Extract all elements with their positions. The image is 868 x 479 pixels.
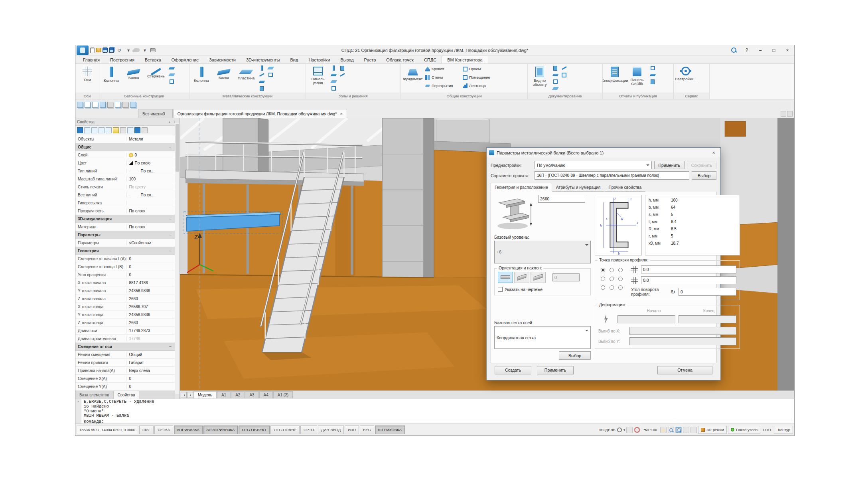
property-value[interactable]: По слою (127, 209, 175, 213)
property-value[interactable]: 26566.707 (127, 305, 175, 309)
status-toggle[interactable]: ШАГ (139, 426, 154, 434)
concrete-column-button[interactable]: Колонна (101, 65, 122, 92)
pick-on-drawing-checkbox[interactable] (498, 287, 503, 292)
chevron-down-icon[interactable]: ▾ (623, 428, 625, 432)
anchor-radio[interactable] (618, 268, 623, 272)
scrollbar-thumb[interactable] (176, 124, 179, 172)
command-panel-grip[interactable]: × (75, 399, 81, 424)
profile-rotation-input[interactable] (679, 288, 736, 296)
paste-block-icon[interactable] (130, 102, 136, 108)
dialog-tab[interactable]: Прочие свойства (604, 183, 645, 192)
panel-pin-icon[interactable]: ▪ (167, 119, 172, 125)
select-icon[interactable] (77, 127, 83, 133)
anchor-radio[interactable] (601, 277, 605, 281)
tool-icon[interactable] (266, 65, 274, 71)
orientation-incline2-button[interactable] (531, 272, 546, 283)
dialog-tab[interactable]: Атрибуты и нумерация (552, 183, 605, 192)
layout-tab[interactable]: Модель (193, 391, 217, 398)
ribbon-tab[interactable]: Главная (78, 56, 105, 63)
property-value[interactable]: Габарит (127, 360, 175, 365)
pan-icon[interactable] (660, 427, 667, 433)
document-tab[interactable]: Организация фильтрации готовой продукции… (173, 109, 347, 118)
property-value[interactable]: Металл (127, 137, 175, 141)
anchor-radio[interactable] (610, 277, 614, 281)
layout-prev-icon[interactable] (181, 392, 187, 398)
copy-properties-icon[interactable] (106, 127, 112, 133)
walls-button[interactable]: Стены (424, 73, 461, 81)
property-value[interactable]: 17749.2873 (127, 329, 175, 333)
scroll-up-icon[interactable] (175, 118, 180, 123)
property-value[interactable]: По слою (127, 161, 175, 165)
cancel-button[interactable]: Отмена (657, 366, 712, 374)
anchor-radio[interactable] (618, 285, 623, 290)
apply-preset-button[interactable]: Применить (654, 161, 685, 169)
property-value[interactable]: 2660 (127, 321, 175, 325)
choose-grid-button[interactable]: Выбор (559, 351, 591, 360)
property-value[interactable]: 0 (127, 376, 175, 381)
tool-icon[interactable] (258, 71, 266, 78)
base-level-combo[interactable]: +6 (494, 241, 591, 263)
app-logo-icon[interactable] (77, 46, 89, 55)
tab-element-base[interactable]: База элементов (75, 391, 114, 399)
status-toggle[interactable]: ВЕС (360, 426, 374, 434)
ribbon-tab[interactable]: СПДС (419, 56, 442, 63)
status-toggle[interactable]: ДИН-ВВОД (318, 426, 344, 434)
property-value[interactable]: По слою (127, 225, 175, 229)
tab-close-icon[interactable]: × (340, 111, 342, 116)
minimize-button[interactable]: – (754, 45, 767, 55)
profile-offset-y-input[interactable] (641, 276, 736, 284)
nodes-panel-button[interactable]: Панель узлов (307, 65, 329, 92)
property-value[interactable]: 0 (127, 273, 175, 277)
print-icon[interactable] (150, 48, 156, 52)
tool-icon[interactable] (649, 65, 657, 71)
tool-icon[interactable] (560, 65, 568, 71)
open-file-icon[interactable] (96, 48, 101, 52)
property-value[interactable]: По цвету (127, 185, 175, 189)
zoom-window-icon[interactable] (675, 427, 682, 433)
presets-combo[interactable]: По умолчанию (535, 161, 652, 169)
ribbon-tab[interactable]: Растр (359, 56, 381, 63)
tool-icon[interactable] (329, 85, 337, 92)
select-similar-icon[interactable] (99, 127, 105, 133)
view-by-object-button[interactable]: Вид по объекту (529, 65, 550, 92)
orientation-flat-button[interactable] (498, 272, 513, 283)
tool-icon[interactable] (258, 78, 266, 85)
sortament-field[interactable]: 16П - (ГОСТ 8240-89 - Швеллер с параллел… (535, 171, 689, 180)
quick-select-icon[interactable] (91, 127, 97, 133)
tool-icon[interactable] (258, 85, 266, 92)
tool-icon[interactable] (329, 65, 337, 71)
mode-3d-toggle[interactable]: 3D-режим (698, 426, 727, 434)
opening-button[interactable]: Проем (462, 65, 499, 73)
panel-scrollbar[interactable] (175, 118, 180, 399)
annotation-scale[interactable]: *м1:100 (641, 428, 659, 432)
tool-icon[interactable] (168, 71, 176, 78)
tool-icon[interactable] (338, 65, 346, 71)
status-toggle[interactable]: ОТС-ПОЛЯР (270, 426, 300, 434)
choose-sortament-button[interactable]: Выбор (692, 171, 716, 180)
tab-scroll-right-icon[interactable] (787, 111, 793, 117)
apply-icon[interactable] (127, 127, 133, 133)
tool-icon[interactable] (329, 71, 337, 78)
tool-icon[interactable] (168, 65, 176, 71)
info-icon[interactable] (142, 127, 148, 133)
ribbon-tab[interactable]: Вывод (335, 56, 359, 63)
anchor-radio[interactable] (601, 268, 605, 272)
plate-button[interactable]: Пластина (235, 65, 257, 92)
dialog-close-icon[interactable]: × (707, 148, 720, 158)
cloud-icon[interactable] (134, 48, 140, 52)
base-grid-combo[interactable]: Координатная сетка (494, 326, 591, 349)
help-button[interactable]: ? (740, 45, 754, 55)
beam-length-input[interactable] (538, 195, 585, 203)
property-value[interactable]: 0 (127, 153, 175, 157)
tab-properties[interactable]: Свойства (114, 391, 140, 399)
layout-tab[interactable]: А4 (259, 391, 273, 398)
paste-special-icon[interactable] (107, 102, 113, 108)
steel-beam-button[interactable]: Балка (213, 65, 235, 92)
tool-icon[interactable] (649, 78, 657, 85)
tool-icon[interactable] (551, 65, 559, 71)
tool-icon[interactable] (551, 71, 559, 78)
scroll-down-icon[interactable] (175, 394, 180, 399)
cadlib-panel-button[interactable]: Панель CADlib (626, 65, 648, 92)
new-file-icon[interactable] (90, 48, 95, 53)
steel-column-button[interactable]: Колонна (191, 65, 212, 92)
